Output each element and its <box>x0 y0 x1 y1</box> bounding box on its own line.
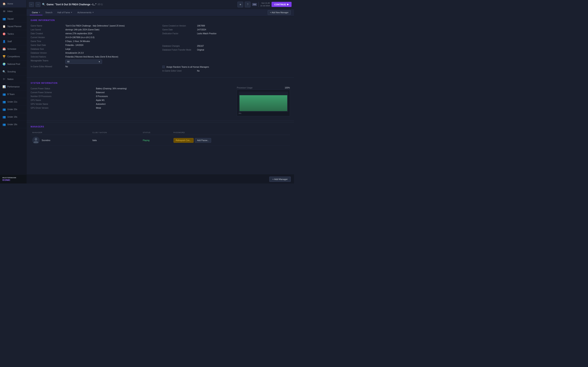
assign-random-row: Assign Random Teams to all Human Manager… <box>162 65 290 69</box>
manageable-teams-dropdown[interactable]: All ▼ <box>65 59 102 64</box>
under18-icon: 👥 <box>2 123 6 126</box>
power-scheme-row: Current Power Scheme <box>31 91 92 94</box>
future-transfer-row: Database Future Transfer Mode Original <box>162 48 290 52</box>
sidebar-item-tactics[interactable]: 🎯 Tactics <box>0 30 26 38</box>
manager-info-cell: Socretino <box>31 135 91 146</box>
under21-icon: 👥 <box>2 100 6 103</box>
topbar: ← → 🔍 Game: "Sort It Out SI FM24 Challen… <box>26 0 294 9</box>
database-changes-row: Database Changes 256167 <box>162 44 290 48</box>
sidebar-item-home[interactable]: 🏠 Home <box>0 0 26 8</box>
future-transfer-label: Database Future Transfer Mode <box>162 49 195 51</box>
sidebar-item-competitions[interactable]: 🏆 Competitions <box>0 53 26 60</box>
in-game-editor-used-label: In-Game Editor Used <box>162 70 195 72</box>
selected-nations-value: Finlandia (Ykkonen And Above), Italia (S… <box>65 56 118 58</box>
status-badge: Playing <box>143 139 149 142</box>
sidebar-item-national-pool[interactable]: 🌍 National Pool <box>0 60 26 68</box>
processor-usage-value: 100% <box>285 87 290 89</box>
sidebar-item-label: Squad Planner <box>7 25 21 27</box>
database-version-row: Database Version Actualización 24.3.0 <box>31 51 158 55</box>
gpu-driver-row: GPU Driver Version <box>31 106 92 110</box>
database-size-label: Database Size <box>31 48 63 50</box>
search-icon[interactable]: 🔍 <box>42 3 45 6</box>
relinquish-button[interactable]: Relinquish Con... <box>173 138 194 143</box>
manager-col-header: MANAGER <box>31 130 91 135</box>
sidebar-item-label: Under 20s <box>7 108 17 110</box>
selected-nations-row: Selected Nations Finlandia (Ykkonen And … <box>31 55 158 59</box>
staff-icon: 👤 <box>2 40 6 43</box>
squad-planner-icon: 📋 <box>2 25 6 28</box>
sidebar-item-scouting[interactable]: 🔍 Scouting <box>0 68 26 75</box>
bookmark-icon[interactable]: ★ <box>237 2 243 7</box>
add-new-manager-button[interactable]: + Add New Manager <box>268 10 291 15</box>
dedication-factor-label: Dedication Factor <box>162 33 195 35</box>
gpu-vendor-row: GPU Vendor Name <box>31 102 92 106</box>
chevron-down-icon: ▼ <box>39 11 40 13</box>
sidebar-item-squad[interactable]: 👥 Squad <box>0 15 26 23</box>
sidebar-item-schedule[interactable]: 📅 Schedule <box>0 45 26 53</box>
tab-game[interactable]: Game ▼ <box>30 10 43 15</box>
chart-bar <box>240 95 287 111</box>
sidebar-item-nation[interactable]: 🏳 Nation <box>0 75 26 83</box>
sidebar-item-under20[interactable]: 👥 Under 20s <box>0 106 26 113</box>
database-size-value: Large <box>65 48 71 50</box>
chart-labels: 0% <box>239 112 288 114</box>
game-name-value: "Sort It Out FM24 Challenge - Italy Defe… <box>65 25 125 27</box>
created-version-row: Game Created on Version 1967899 <box>162 24 290 28</box>
add-new-manager-label: + Add New Manager <box>270 11 288 14</box>
managers-table: MANAGER CLUB / NATION STATUS PASSWORD <box>31 130 290 146</box>
dropdown-value: All <box>67 60 69 63</box>
b-team-icon: 👥 <box>2 92 6 96</box>
sidebar-item-under18[interactable]: 👥 Under 18s <box>0 121 26 128</box>
manageable-teams-row: Manageable Teams All ▼ <box>31 59 158 65</box>
tactics-icon: 🎯 <box>2 32 6 35</box>
sidebar-item-staff[interactable]: 👤 Staff <box>0 38 26 45</box>
back-button[interactable]: ← <box>29 2 34 7</box>
continue-label: CONTINUE <box>274 3 286 6</box>
in-game-editor-used-row: In-Game Editor Used No <box>162 69 290 73</box>
sidebar-item-inbox[interactable]: ✉ Inbox <box>0 8 26 15</box>
sidebar-item-under19[interactable]: 👥 Under 19s <box>0 113 26 121</box>
table-row: Socretino Italia Playing Relinquish Con.… <box>31 135 290 146</box>
add-password-button[interactable]: Add Passw... <box>195 138 211 143</box>
managers-title: MANAGERS <box>31 125 290 128</box>
continue-button[interactable]: CONTINUE ▶ <box>272 2 292 7</box>
time-display: Sun 21:45 <box>260 2 270 4</box>
competitions-icon: 🏆 <box>2 55 6 58</box>
game-name-row: Game Name "Sort It Out FM24 Challenge - … <box>31 24 158 28</box>
sidebar-item-label: Scouting <box>7 70 16 73</box>
sidebar-item-label: Staff <box>7 40 12 43</box>
assign-random-checkbox[interactable] <box>162 66 165 68</box>
current-version-label: Current Version <box>31 36 63 39</box>
chevron-down-icon: ▼ <box>92 11 94 13</box>
in-game-editor-row: In-Game Editor Allowed No <box>31 65 158 68</box>
topbar-right: ★ ? FM Sun 21:45 14 Jul 2024 CONTINUE ▶ <box>237 2 292 7</box>
gpu-name-label: GPU Name <box>31 99 63 101</box>
sidebar-item-performance[interactable]: 📊 Performance <box>0 83 26 91</box>
under20-icon: 👥 <box>2 108 6 111</box>
manager-club: Italia <box>93 139 97 142</box>
tab-search[interactable]: Search <box>43 10 54 15</box>
sidebar-item-label: Schedule <box>7 48 16 50</box>
club-col-header: CLUB / NATION <box>91 130 141 135</box>
sidebar-item-b-team[interactable]: 👥 B Team <box>0 91 26 98</box>
database-changes-label: Database Changes <box>162 45 195 47</box>
tab-hall-of-fame[interactable]: Hall of Fame ▼ <box>55 10 75 15</box>
system-info-left: Current Power Status Current Power Schem… <box>31 87 92 116</box>
power-status-label: Current Power Status <box>31 87 63 90</box>
add-manager-bottom-label: + Add Manager <box>272 178 288 180</box>
date-display: 14 Jul 2024 <box>260 4 270 7</box>
forward-button[interactable]: → <box>35 2 40 7</box>
help-icon[interactable]: ? <box>245 2 251 7</box>
tab-achievements[interactable]: Achievements ▼ <box>75 10 96 15</box>
last-saved-value: domingo 14th julio 2024 (Game Date) <box>65 29 99 31</box>
sidebar-item-under21[interactable]: 👥 Under 21s <box>0 98 26 106</box>
game-name-label: Game Name <box>31 25 63 27</box>
performance-icon: 📊 <box>2 85 6 88</box>
sidebar-item-squad-planner[interactable]: 📋 Squad Planner <box>0 23 26 30</box>
add-manager-bottom-button[interactable]: + Add Manager <box>269 176 291 182</box>
gpu-driver-value-row: Metal <box>96 106 233 110</box>
game-start-date-row: Game Start Date Finlandia - 1/4/2024 <box>31 43 158 47</box>
created-version-value: 1967899 <box>197 25 205 27</box>
system-info-middle: Battery (Draining: 36% remaining) Balanc… <box>96 87 233 116</box>
game-start-date-value: Finlandia - 1/4/2024 <box>65 44 83 46</box>
